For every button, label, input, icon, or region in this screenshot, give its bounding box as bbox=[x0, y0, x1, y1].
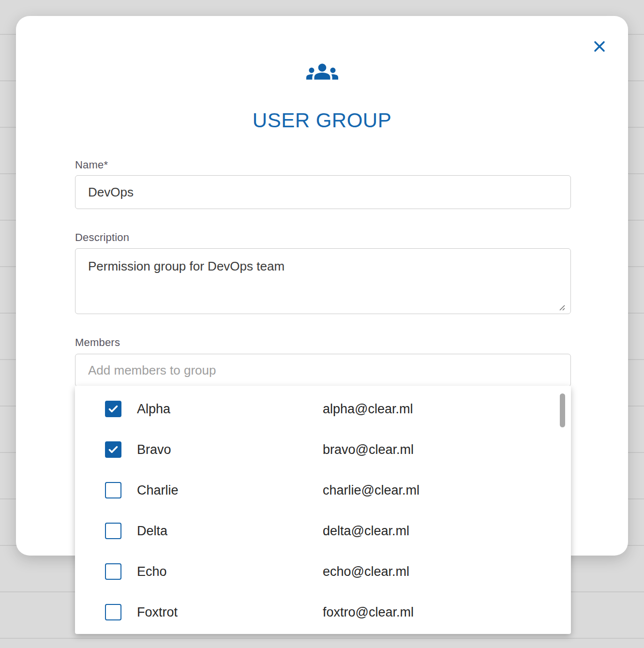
name-input[interactable] bbox=[75, 175, 571, 209]
member-email: foxtro@clear.ml bbox=[323, 605, 414, 620]
member-checkbox[interactable] bbox=[105, 523, 121, 539]
member-row[interactable]: Delta delta@clear.ml bbox=[75, 511, 571, 551]
member-checkbox[interactable] bbox=[105, 401, 121, 417]
members-search-input[interactable] bbox=[75, 354, 571, 387]
member-email: charlie@clear.ml bbox=[323, 483, 419, 498]
description-textarea[interactable]: Permission group for DevOps team bbox=[75, 248, 571, 314]
member-row[interactable]: Charlie charlie@clear.ml bbox=[75, 470, 571, 511]
description-label: Description bbox=[75, 231, 129, 244]
member-checkbox[interactable] bbox=[105, 482, 121, 498]
textarea-resize-handle[interactable] bbox=[557, 302, 566, 311]
close-icon bbox=[591, 38, 608, 55]
member-name: Bravo bbox=[137, 442, 171, 457]
member-row[interactable]: Echo echo@clear.ml bbox=[75, 551, 571, 592]
member-checkbox[interactable] bbox=[105, 441, 121, 458]
name-label: Name* bbox=[75, 159, 108, 171]
member-checkbox[interactable] bbox=[105, 563, 121, 580]
members-dropdown-list: Alpha alpha@clear.ml Bravo bravo@clear.m… bbox=[75, 386, 571, 634]
close-button[interactable] bbox=[591, 38, 608, 55]
member-checkbox[interactable] bbox=[105, 604, 121, 620]
member-row[interactable]: Foxtrot foxtro@clear.ml bbox=[75, 592, 571, 633]
members-label: Members bbox=[75, 336, 120, 349]
member-email: delta@clear.ml bbox=[323, 524, 409, 539]
member-name: Charlie bbox=[137, 483, 179, 498]
dropdown-scrollbar-thumb[interactable] bbox=[560, 393, 565, 427]
member-name: Delta bbox=[137, 524, 167, 539]
member-email: alpha@clear.ml bbox=[323, 402, 413, 417]
member-email: echo@clear.ml bbox=[323, 564, 409, 579]
member-name: Foxtrot bbox=[137, 605, 178, 620]
member-name: Alpha bbox=[137, 402, 170, 417]
member-name: Echo bbox=[137, 564, 167, 579]
members-dropdown: Alpha alpha@clear.ml Bravo bravo@clear.m… bbox=[75, 386, 571, 634]
user-group-icon bbox=[305, 56, 339, 88]
member-email: bravo@clear.ml bbox=[323, 442, 414, 457]
member-row[interactable]: Bravo bravo@clear.ml bbox=[75, 429, 571, 470]
dialog-title: USER GROUP bbox=[16, 109, 628, 132]
member-row[interactable]: Alpha alpha@clear.ml bbox=[75, 389, 571, 429]
